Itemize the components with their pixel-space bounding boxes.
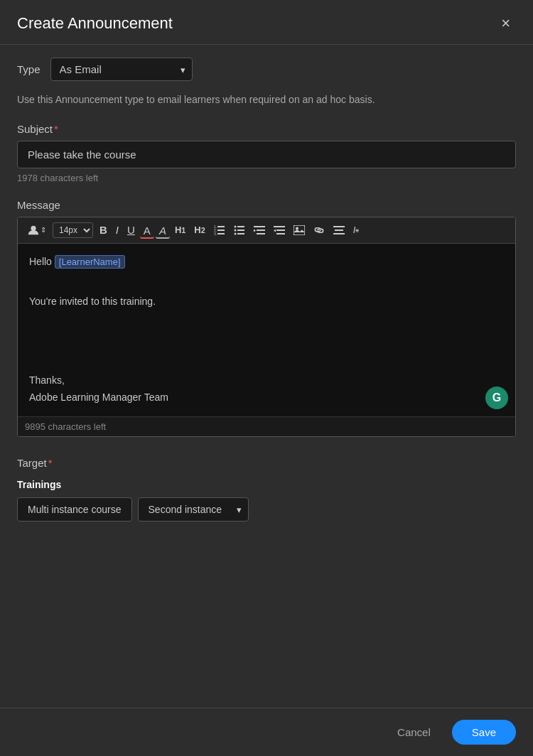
type-select[interactable]: As EmailAs Notification bbox=[50, 58, 193, 81]
type-label: Type bbox=[17, 63, 41, 75]
message-section: Message ⇕ 14px bbox=[17, 199, 516, 437]
instance-select-wrapper: Second instanceFirst instanceThird insta… bbox=[138, 497, 249, 522]
target-section: Target * Trainings Multi instance course… bbox=[17, 457, 516, 522]
signature-team: Adobe Learning Manager Team bbox=[29, 389, 504, 406]
svg-point-0 bbox=[31, 226, 36, 231]
type-description: Use this Announcement type to email lear… bbox=[17, 92, 516, 107]
message-editor: ⇕ 14px 8px 10px 12px 16px 18px 24px bbox=[17, 217, 516, 437]
type-row: Type As EmailAs Notification ▾ bbox=[17, 58, 516, 81]
italic-btn[interactable]: I bbox=[112, 222, 122, 239]
svg-rect-17 bbox=[276, 230, 285, 231]
indent-btn[interactable] bbox=[250, 223, 269, 237]
font-size-wrapper: 14px 8px 10px 12px 16px 18px 24px bbox=[51, 222, 95, 238]
cancel-button[interactable]: Cancel bbox=[386, 720, 442, 744]
svg-rect-23 bbox=[333, 233, 345, 234]
trainings-label: Trainings bbox=[17, 479, 516, 490]
highlight-btn[interactable]: A bbox=[156, 222, 170, 239]
instance-select[interactable]: Second instanceFirst instanceThird insta… bbox=[138, 497, 249, 522]
ordered-list-btn[interactable]: 1.2.3. bbox=[210, 223, 229, 237]
message-label: Message bbox=[17, 199, 516, 211]
svg-rect-9 bbox=[237, 233, 244, 234]
svg-point-11 bbox=[234, 230, 236, 232]
svg-rect-1 bbox=[217, 226, 225, 227]
modal-header: Create Announcement × bbox=[0, 0, 533, 45]
svg-rect-22 bbox=[335, 230, 343, 231]
svg-rect-19 bbox=[294, 225, 305, 235]
svg-text:3.: 3. bbox=[214, 232, 217, 235]
svg-rect-16 bbox=[274, 226, 285, 227]
bold-btn[interactable]: B bbox=[96, 222, 111, 239]
modal-footer: Cancel Save bbox=[0, 708, 533, 756]
underline-btn[interactable]: U bbox=[124, 222, 139, 239]
svg-rect-18 bbox=[276, 233, 285, 234]
svg-point-10 bbox=[234, 226, 236, 228]
target-label-row: Target * bbox=[17, 457, 516, 469]
outdent-btn[interactable] bbox=[270, 223, 289, 237]
h2-btn[interactable]: H2 bbox=[190, 222, 208, 238]
editor-content-area[interactable]: Hello [LearnerName] You're invited to th… bbox=[18, 244, 515, 416]
svg-rect-3 bbox=[217, 233, 225, 234]
blank-line-1 bbox=[29, 276, 504, 293]
svg-rect-8 bbox=[237, 230, 244, 231]
blank-line-2 bbox=[29, 333, 504, 350]
training-row: Multi instance course Second instanceFir… bbox=[17, 497, 516, 522]
subject-char-count: 1978 characters left bbox=[17, 173, 516, 183]
svg-point-20 bbox=[296, 227, 298, 230]
modal-title: Create Announcement bbox=[17, 14, 173, 33]
type-select-wrapper: As EmailAs Notification ▾ bbox=[50, 58, 193, 81]
h1-btn[interactable]: H1 bbox=[171, 222, 189, 238]
modal-body: Type As EmailAs Notification ▾ Use this … bbox=[0, 45, 533, 534]
unordered-list-btn[interactable] bbox=[230, 223, 249, 237]
signature-thanks: Thanks, bbox=[29, 372, 504, 389]
target-required-star: * bbox=[48, 457, 53, 469]
grammarly-button[interactable]: G bbox=[485, 387, 508, 409]
course-name-tag: Multi instance course bbox=[17, 497, 132, 522]
font-size-select[interactable]: 14px 8px 10px 12px 16px 18px 24px bbox=[53, 222, 93, 238]
blank-line-3 bbox=[29, 350, 504, 367]
svg-rect-2 bbox=[217, 230, 225, 231]
svg-rect-7 bbox=[237, 226, 244, 227]
link-btn[interactable] bbox=[310, 223, 328, 237]
invite-line: You're invited to this training. bbox=[29, 293, 504, 310]
font-user-btn[interactable]: ⇕ bbox=[23, 222, 50, 238]
svg-rect-21 bbox=[333, 226, 345, 227]
close-button[interactable]: × bbox=[495, 13, 516, 34]
subject-required-star: * bbox=[54, 123, 58, 135]
subject-label-row: Subject * bbox=[17, 123, 516, 135]
subject-section: Subject * 1978 characters left bbox=[17, 123, 516, 183]
clear-format-btn[interactable]: Ix bbox=[350, 222, 362, 238]
image-btn[interactable] bbox=[290, 223, 308, 237]
editor-toolbar: ⇕ 14px 8px 10px 12px 16px 18px 24px bbox=[18, 217, 515, 244]
align-btn[interactable] bbox=[330, 223, 348, 237]
subject-input[interactable] bbox=[17, 141, 516, 168]
message-char-count: 9895 characters left bbox=[18, 416, 515, 436]
svg-rect-14 bbox=[257, 230, 265, 231]
svg-rect-13 bbox=[254, 226, 265, 227]
svg-point-12 bbox=[234, 233, 236, 235]
target-label: Target bbox=[17, 457, 47, 469]
hello-line: Hello [LearnerName] bbox=[29, 254, 504, 271]
svg-rect-15 bbox=[257, 233, 265, 234]
subject-label: Subject bbox=[17, 123, 53, 135]
font-color-btn[interactable]: A bbox=[140, 222, 154, 239]
learner-name-tag: [LearnerName] bbox=[55, 255, 125, 269]
create-announcement-modal: Create Announcement × Type As EmailAs No… bbox=[0, 0, 533, 756]
save-button[interactable]: Save bbox=[452, 720, 516, 745]
